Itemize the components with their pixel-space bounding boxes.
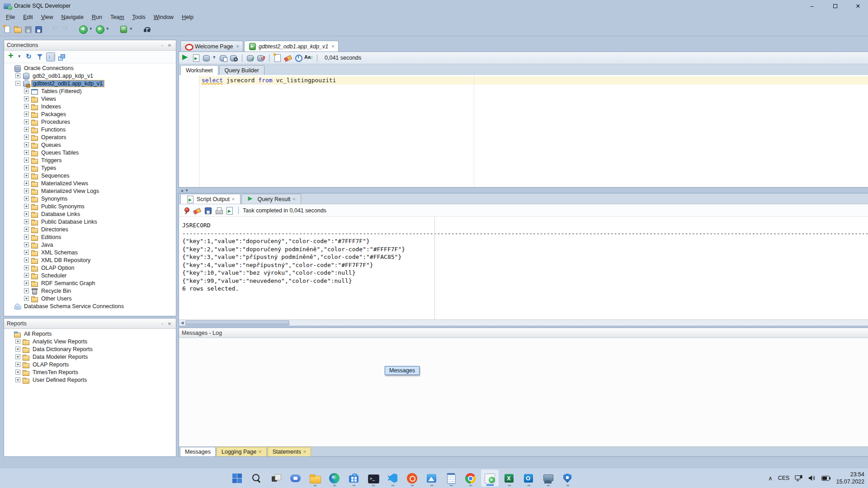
sql-editor[interactable]: select jsrecord from vc_listingpouziti	[179, 75, 868, 188]
run-script-icon[interactable]	[192, 53, 201, 62]
autotrace-icon[interactable]	[202, 53, 211, 62]
tree-item-java[interactable]: +Java	[4, 241, 176, 249]
tree-item-user-defined-reports[interactable]: +User Defined Reports	[4, 376, 176, 384]
expand-box-icon[interactable]: +	[24, 165, 29, 170]
expand-box-icon[interactable]: +	[15, 377, 20, 382]
dropdown-icon[interactable]	[89, 25, 94, 34]
scroll-left-icon[interactable]: ◀	[179, 320, 185, 326]
run-icon[interactable]	[181, 53, 190, 62]
sql-history-icon[interactable]	[294, 53, 303, 62]
script-output-content[interactable]: ▲▼ JSRECORD-----------------------------…	[179, 217, 868, 319]
taskbar-outlook[interactable]	[519, 469, 538, 487]
tree-item-oracle-connections[interactable]: Oracle Connections	[4, 64, 176, 72]
clear-icon[interactable]	[193, 206, 202, 215]
script-icon[interactable]	[225, 206, 234, 215]
tab-query-result[interactable]: Query Result✕	[241, 194, 302, 204]
commit-icon[interactable]	[246, 53, 255, 62]
taskbar-task-view[interactable]	[267, 469, 285, 487]
sort-icon[interactable]	[46, 52, 55, 61]
hidden-icons-chevron-icon[interactable]: ∧	[768, 475, 773, 482]
tree-item-gdb2-odb1-app-kdp-v1[interactable]: +gdb2_odb1.app_kdp_v1	[4, 72, 176, 80]
expand-box-icon[interactable]: +	[15, 362, 20, 367]
close-icon[interactable]: ✕	[166, 42, 173, 49]
taskbar-edge[interactable]	[325, 469, 344, 487]
horizontal-splitter[interactable]: ▲▼	[179, 188, 868, 193]
undo-icon[interactable]	[51, 25, 60, 34]
find-icon[interactable]	[142, 25, 151, 34]
menu-help[interactable]: Help	[178, 13, 198, 22]
expand-box-icon[interactable]: +	[15, 73, 20, 78]
tree-item-xml-db-repository[interactable]: +XML DB Repository	[4, 256, 176, 264]
expand-box-icon[interactable]: +	[24, 211, 29, 216]
volume-icon[interactable]	[808, 475, 816, 481]
expand-box-icon[interactable]: +	[24, 188, 29, 193]
taskbar-excel[interactable]	[500, 469, 519, 487]
menu-navigate[interactable]: Navigate	[57, 13, 88, 22]
expand-box-icon[interactable]: +	[24, 173, 29, 178]
taskbar-chrome[interactable]	[461, 469, 480, 487]
tree-item-materialized-view-logs[interactable]: +Materialized View Logs	[4, 187, 176, 195]
redo-icon[interactable]	[61, 25, 71, 34]
tree-item-functions[interactable]: +Functions	[4, 126, 176, 133]
close-tab-icon[interactable]: ✕	[236, 44, 240, 49]
taskbar-file-explorer[interactable]	[306, 469, 324, 487]
tree-item-triggers[interactable]: +Triggers	[4, 156, 176, 164]
menu-view[interactable]: View	[37, 13, 57, 22]
save-icon[interactable]	[24, 25, 33, 34]
unpin-icon[interactable]: ▫	[159, 42, 166, 49]
tree-item-directories[interactable]: +Directories	[4, 225, 176, 233]
expand-box-icon[interactable]: +	[24, 119, 29, 124]
taskbar-sql-developer[interactable]	[481, 469, 499, 487]
clear-icon[interactable]	[283, 53, 292, 62]
sql-statement-line[interactable]: select jsrecord from vc_listingpouziti	[199, 76, 868, 84]
taskbar-chat[interactable]	[286, 469, 305, 487]
tab-logging-page[interactable]: Logging Page✕	[217, 447, 267, 456]
close-button[interactable]: ✕	[848, 0, 868, 12]
splitter-up-icon[interactable]: ▲	[180, 188, 184, 192]
horizontal-scrollbar[interactable]: ◀ ▶	[179, 319, 868, 326]
expand-box-icon[interactable]: +	[24, 273, 29, 278]
tree-item-types[interactable]: +Types	[4, 164, 176, 172]
worksheet-icon[interactable]	[119, 25, 128, 34]
tree-item-public-synonyms[interactable]: +Public Synonyms	[4, 202, 176, 210]
tree-item-public-database-links[interactable]: +Public Database Links	[4, 218, 176, 225]
tab-script-output[interactable]: Script Output✕	[180, 194, 241, 204]
tree-item-rdf-semantic-graph[interactable]: +RDF Semantic Graph	[4, 279, 176, 287]
back-icon[interactable]	[79, 25, 88, 34]
tree-item-sequences[interactable]: +Sequences	[4, 172, 176, 179]
tree-item-analytic-view-reports[interactable]: +Analytic View Reports	[4, 338, 176, 345]
taskbar-photos[interactable]	[422, 469, 441, 487]
tree-item-indexes[interactable]: +Indexes	[4, 103, 176, 110]
scrollbar-thumb[interactable]	[185, 320, 289, 325]
tab-welcome-page[interactable]: Welcome Page✕	[180, 41, 243, 52]
expand-box-icon[interactable]: +	[24, 288, 29, 293]
tree-item-olap-option[interactable]: +OLAP Option	[4, 264, 176, 272]
close-tab-icon[interactable]: ✕	[331, 44, 335, 49]
expand-box-icon[interactable]: +	[24, 158, 29, 163]
tree-item-operators[interactable]: +Operators	[4, 133, 176, 141]
expand-box-icon[interactable]: +	[24, 135, 29, 140]
tree-item-timesten-reports[interactable]: +TimesTen Reports	[4, 368, 176, 376]
tree-item-olap-reports[interactable]: +OLAP Reports	[4, 361, 176, 368]
collapse-icon[interactable]	[57, 52, 66, 61]
collapse-box-icon[interactable]: −	[15, 81, 20, 86]
minimize-button[interactable]: –	[802, 0, 822, 12]
menu-edit[interactable]: Edit	[19, 13, 37, 22]
tree-item-database-schema-service-connections[interactable]: Database Schema Service Connections	[4, 302, 176, 310]
tree-item-queues[interactable]: +Queues	[4, 141, 176, 149]
tree-item-tables-filtered[interactable]: +Tables (Filtered)	[4, 87, 176, 95]
tab-gdbtest2-odb1-app-kdp-v1[interactable]: gdbtest2_odb1.app_kdp_v1✕	[244, 41, 339, 52]
taskbar-terminal[interactable]	[364, 469, 382, 487]
taskbar-remote-desktop[interactable]	[539, 469, 557, 487]
expand-box-icon[interactable]: +	[24, 281, 29, 286]
dropdown-icon[interactable]	[129, 25, 134, 34]
expand-box-icon[interactable]: +	[15, 354, 20, 359]
tree-item-materialized-views[interactable]: +Materialized Views	[4, 179, 176, 187]
forward-icon[interactable]	[95, 25, 104, 34]
expand-box-icon[interactable]: +	[24, 142, 29, 147]
expand-box-icon[interactable]: +	[24, 150, 29, 155]
editor-code-area[interactable]: select jsrecord from vc_listingpouziti	[199, 75, 868, 187]
language-indicator[interactable]: CES	[778, 475, 790, 481]
tree-item-scheduler[interactable]: +Scheduler	[4, 272, 176, 279]
open-folder-icon[interactable]	[13, 25, 22, 34]
